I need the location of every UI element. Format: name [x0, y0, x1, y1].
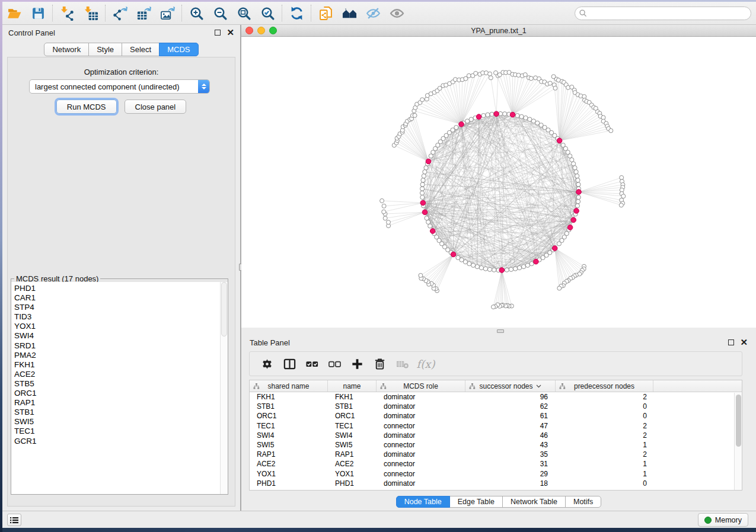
- tab-node-table[interactable]: Node Table: [396, 496, 450, 508]
- mcds-list-scrollbar[interactable]: [220, 282, 228, 494]
- network-node[interactable]: [413, 113, 417, 117]
- zoom-selected-button[interactable]: [256, 3, 279, 23]
- network-node[interactable]: [483, 267, 487, 271]
- network-node[interactable]: [486, 113, 490, 117]
- network-node[interactable]: [509, 267, 513, 271]
- table-row[interactable]: STB1STB1dominator620: [250, 402, 742, 411]
- table-row[interactable]: YOX1YOX1connector291: [250, 469, 742, 479]
- network-node[interactable]: [525, 263, 529, 267]
- network-node[interactable]: [469, 117, 473, 121]
- mcds-result-item[interactable]: FKH1: [14, 360, 228, 370]
- mcds-node[interactable]: [494, 111, 499, 117]
- mcds-result-item[interactable]: SWI4: [14, 331, 228, 341]
- network-node[interactable]: [425, 216, 429, 220]
- table-row[interactable]: FKH1FKH1dominator962: [250, 392, 742, 402]
- network-node[interactable]: [575, 204, 579, 208]
- mcds-node[interactable]: [576, 190, 582, 195]
- network-node[interactable]: [529, 76, 533, 81]
- network-node[interactable]: [420, 195, 425, 199]
- network-node[interactable]: [467, 73, 471, 78]
- network-node[interactable]: [422, 174, 426, 178]
- network-canvas[interactable]: [241, 37, 756, 328]
- add-column-button[interactable]: [346, 353, 368, 374]
- memory-button[interactable]: Memory: [698, 513, 748, 527]
- close-panel-icon[interactable]: ✕: [227, 30, 234, 36]
- network-node[interactable]: [471, 263, 476, 267]
- mcds-result-item[interactable]: CAR1: [14, 293, 228, 303]
- network-node[interactable]: [576, 200, 580, 204]
- mcds-node[interactable]: [430, 229, 435, 234]
- mcds-result-item[interactable]: SWI5: [14, 417, 228, 427]
- float-panel-icon[interactable]: [728, 339, 734, 345]
- mcds-node[interactable]: [571, 217, 576, 223]
- tab-select[interactable]: Select: [122, 43, 160, 56]
- mcds-result-item[interactable]: TID3: [14, 312, 228, 322]
- tab-network-table[interactable]: Network Table: [502, 496, 566, 508]
- network-node[interactable]: [423, 170, 427, 174]
- network-node[interactable]: [529, 262, 534, 266]
- mcds-node[interactable]: [510, 112, 515, 117]
- split-view-button[interactable]: [278, 353, 301, 374]
- network-node[interactable]: [488, 72, 492, 76]
- network-node[interactable]: [387, 220, 391, 225]
- network-node[interactable]: [454, 126, 458, 130]
- network-node[interactable]: [489, 76, 493, 80]
- network-node[interactable]: [621, 194, 626, 198]
- network-node[interactable]: [490, 112, 494, 116]
- close-panel-icon[interactable]: ✕: [740, 339, 748, 345]
- network-node[interactable]: [518, 265, 522, 270]
- deselect-all-button[interactable]: [323, 353, 346, 374]
- splitter-handle[interactable]: [497, 329, 504, 333]
- network-node[interactable]: [609, 129, 613, 133]
- network-node[interactable]: [575, 174, 579, 178]
- import-network-button[interactable]: [55, 3, 79, 23]
- network-node[interactable]: [474, 71, 478, 75]
- mcds-node[interactable]: [534, 259, 539, 264]
- column-header-shared-name[interactable]: shared name: [250, 380, 328, 392]
- table-row[interactable]: PHD1PHD1dominator180: [250, 479, 742, 488]
- tab-edge-table[interactable]: Edge Table: [449, 496, 503, 508]
- tab-motifs[interactable]: Motifs: [565, 496, 601, 508]
- network-node[interactable]: [475, 265, 479, 269]
- network-node[interactable]: [492, 305, 496, 309]
- network-node[interactable]: [519, 114, 524, 118]
- network-node[interactable]: [492, 268, 496, 272]
- mcds-result-item[interactable]: GCR1: [14, 437, 228, 446]
- table-row[interactable]: ORC1ORC1dominator610: [250, 411, 742, 421]
- mcds-node[interactable]: [451, 252, 456, 257]
- network-node[interactable]: [382, 204, 386, 208]
- network-node[interactable]: [419, 273, 423, 277]
- network-node[interactable]: [513, 267, 518, 271]
- network-node[interactable]: [424, 166, 428, 170]
- home-button[interactable]: [337, 3, 361, 23]
- column-header-name[interactable]: name: [328, 380, 377, 392]
- scrollbar-thumb[interactable]: [736, 395, 741, 447]
- table-row[interactable]: RAP1RAP1dominator352: [250, 450, 742, 459]
- mcds-node[interactable]: [567, 225, 573, 230]
- network-node[interactable]: [487, 267, 492, 271]
- network-node[interactable]: [574, 170, 578, 174]
- tab-mcds[interactable]: MCDS: [159, 43, 198, 56]
- network-node[interactable]: [456, 255, 460, 259]
- network-node[interactable]: [572, 162, 576, 166]
- network-node[interactable]: [523, 73, 527, 77]
- network-node[interactable]: [479, 265, 483, 270]
- mcds-result-item[interactable]: ORC1: [14, 389, 228, 398]
- table-mode-button[interactable]: [256, 353, 278, 374]
- column-header-predecessor-nodes[interactable]: predecessor nodes: [556, 380, 653, 392]
- table-row[interactable]: SWI5SWI5connector431: [250, 440, 742, 450]
- table-row[interactable]: TEC1TEC1connector472: [250, 421, 742, 431]
- mcds-node[interactable]: [426, 159, 431, 164]
- network-node[interactable]: [383, 216, 387, 220]
- mcds-node[interactable]: [557, 138, 562, 143]
- network-node[interactable]: [548, 81, 552, 85]
- delete-column-button[interactable]: [368, 353, 391, 374]
- network-node[interactable]: [557, 242, 561, 246]
- mcds-result-item[interactable]: STP4: [14, 303, 228, 312]
- mcds-result-item[interactable]: STB1: [14, 408, 228, 417]
- mcds-result-item[interactable]: YOX1: [14, 322, 228, 331]
- mcds-result-item[interactable]: PMA2: [14, 351, 228, 360]
- mcds-node[interactable]: [476, 114, 481, 120]
- zoom-out-button[interactable]: [208, 3, 232, 23]
- network-node[interactable]: [573, 166, 577, 170]
